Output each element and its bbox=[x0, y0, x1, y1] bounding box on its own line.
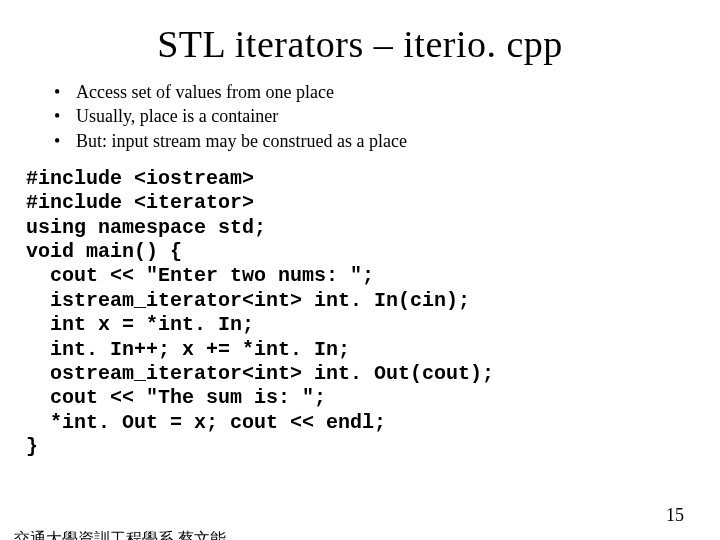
footer-text: 交通大學資訓工程學系 蔡文能 bbox=[14, 529, 226, 540]
code-line: int. In++; x += *int. In; bbox=[26, 338, 350, 361]
code-line: void main() { bbox=[26, 240, 182, 263]
code-line: ostream_iterator<int> int. Out(cout); bbox=[26, 362, 494, 385]
code-line: istream_iterator<int> int. In(cin); bbox=[26, 289, 470, 312]
code-line: #include <iostream> bbox=[26, 167, 254, 190]
code-line: cout << "Enter two nums: "; bbox=[26, 264, 374, 287]
code-line: using namespace std; bbox=[26, 216, 266, 239]
list-item: But: input stream may be construed as a … bbox=[48, 129, 720, 153]
slide-title: STL iterators – iterio. cpp bbox=[0, 22, 720, 66]
slide: STL iterators – iterio. cpp Access set o… bbox=[0, 22, 720, 540]
code-line: } bbox=[26, 435, 38, 458]
bullet-list: Access set of values from one place Usua… bbox=[48, 80, 720, 153]
code-line: int x = *int. In; bbox=[26, 313, 254, 336]
code-line: *int. Out = x; cout << endl; bbox=[26, 411, 386, 434]
code-block: #include <iostream> #include <iterator> … bbox=[26, 167, 720, 460]
list-item: Usually, place is a container bbox=[48, 104, 720, 128]
list-item: Access set of values from one place bbox=[48, 80, 720, 104]
code-line: cout << "The sum is: "; bbox=[26, 386, 326, 409]
code-line: #include <iterator> bbox=[26, 191, 254, 214]
page-number: 15 bbox=[666, 505, 684, 526]
